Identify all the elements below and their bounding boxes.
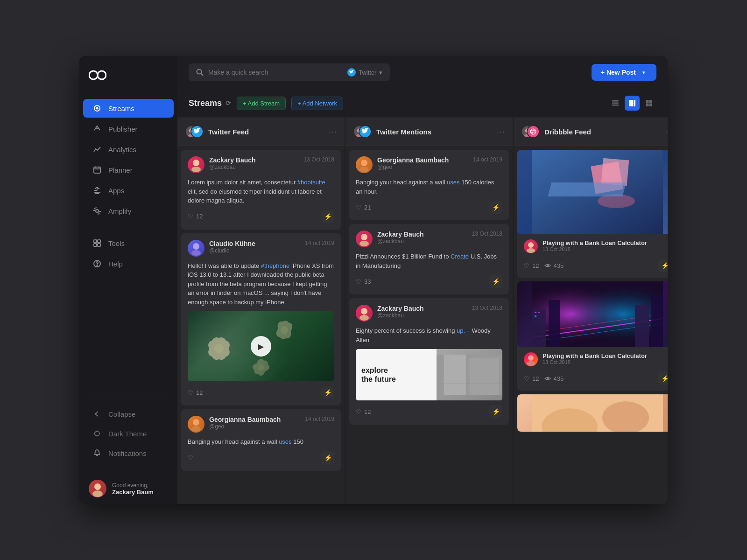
sidebar-item-publisher[interactable]: Publisher [83, 119, 174, 138]
planner-icon [92, 165, 102, 175]
post-link[interactable]: #hootsuite [297, 179, 325, 186]
stream-more-button[interactable]: ··· [329, 127, 337, 137]
svg-rect-85 [532, 309, 546, 347]
svg-rect-12 [98, 240, 100, 243]
sidebar-item-streams[interactable]: Streams [83, 99, 174, 118]
svg-point-21 [197, 70, 202, 74]
amplify-icon [92, 206, 102, 216]
dribbble-image-1 [517, 150, 668, 234]
sidebar-item-apps[interactable]: Apps [83, 181, 174, 200]
svg-point-57 [359, 167, 369, 172]
stream-more-button-3[interactable]: ··· [666, 127, 668, 137]
svg-line-69 [533, 129, 533, 134]
svg-point-43 [214, 344, 224, 353]
post-body: Eighty percent of success is showing up.… [356, 326, 502, 344]
sidebar-item-planner[interactable]: Planner [83, 161, 174, 179]
new-post-button[interactable]: + New Post ▾ [592, 64, 656, 81]
svg-point-58 [361, 234, 367, 240]
dribbble-post-title: Playing with a Bank Loan Calculator [543, 239, 668, 246]
stream-avatar-group [185, 124, 204, 139]
svg-rect-31 [646, 104, 649, 107]
stream-column-header-dribbble: Dribbble Feed ··· [514, 118, 668, 146]
svg-point-0 [89, 71, 98, 79]
post-likes: ♡ 12 [188, 213, 203, 220]
sidebar-item-analytics[interactable]: Analytics [83, 140, 174, 159]
svg-rect-27 [631, 100, 633, 106]
svg-rect-30 [649, 100, 653, 103]
svg-point-78 [547, 265, 549, 266]
app-container: Streams Publisher Analytics [79, 56, 668, 504]
svg-rect-75 [548, 182, 626, 196]
stream-network-avatar-twitter-2 [359, 125, 372, 138]
sidebar-item-dark-theme[interactable]: Dark Theme [83, 424, 174, 443]
post-link[interactable]: uses [447, 179, 459, 186]
post-avatar [356, 156, 373, 173]
post-footer: ♡ 12 ⚡ [188, 386, 334, 399]
sidebar-item-notifications[interactable]: Notifications [83, 444, 174, 462]
post-card: Zackary Bauch @zackbau 13 Oct 2018 Eight… [349, 298, 509, 425]
dribbble-post-card-3 [517, 394, 668, 432]
stream-network-avatar-dribbble [527, 125, 540, 138]
post-link[interactable]: #thephone [261, 262, 289, 269]
dribbble-image-3 [517, 394, 668, 432]
analytics-icon [92, 145, 102, 154]
boost-button[interactable]: ⚡ [321, 451, 334, 464]
post-link[interactable]: uses [279, 438, 291, 445]
post-link[interactable]: up. [457, 327, 465, 334]
add-stream-button[interactable]: + Add Stream [237, 97, 286, 110]
views-count-2: 435 [544, 375, 564, 382]
search-bar[interactable]: Twitter ▾ [189, 63, 390, 81]
svg-point-37 [193, 243, 199, 250]
refresh-icon[interactable]: ⟳ [226, 99, 231, 107]
boost-button[interactable]: ⚡ [489, 201, 502, 214]
svg-rect-29 [646, 100, 649, 103]
nav-divider-2 [89, 394, 168, 394]
view-columns-button[interactable] [625, 96, 640, 111]
streams-header: Streams ⟳ + Add Stream + Add Network [177, 89, 668, 118]
post-body: Lorem ipsum dolor sit amet, consectetur … [188, 178, 334, 205]
streams-icon [92, 104, 102, 113]
boost-button[interactable]: ⚡ [658, 259, 668, 272]
dribbble-image-2 [517, 281, 668, 347]
add-network-button[interactable]: + Add Network [291, 97, 343, 110]
boost-button[interactable]: ⚡ [489, 405, 502, 418]
svg-rect-90 [538, 312, 540, 313]
boost-button[interactable]: ⚡ [658, 372, 668, 385]
sidebar-item-collapse[interactable]: Collapse [83, 405, 174, 423]
post-meta: Georgianna Baumbach @geo [209, 416, 300, 430]
view-list-button[interactable] [608, 96, 623, 111]
streams-body: Twitter Feed ··· Zackary Bauch @zackbau [177, 118, 668, 504]
play-button[interactable]: ▶ [251, 336, 271, 357]
svg-rect-88 [651, 295, 663, 347]
heart-icon: ♡ [356, 204, 361, 211]
post-footer: ♡ 21 ⚡ [356, 201, 502, 214]
view-toggle [608, 96, 656, 111]
svg-rect-87 [635, 305, 649, 347]
explore-text: explorethe future [361, 366, 431, 384]
post-link[interactable]: Create [451, 253, 469, 260]
view-grid-button[interactable] [641, 96, 656, 111]
svg-point-53 [191, 426, 201, 432]
stream-posts-dribbble: Playing with a Bank Loan Calculator 13 O… [514, 146, 668, 504]
sidebar-item-tools[interactable]: Tools [83, 234, 174, 252]
user-profile[interactable]: Good evening, Zackary Baum [79, 473, 177, 504]
sidebar-item-amplify[interactable]: Amplify [83, 202, 174, 220]
heart-icon: ♡ [356, 408, 361, 415]
svg-rect-91 [535, 315, 536, 317]
post-card: Georgianna Baumbach @geo 14 oct 2019 Ban… [181, 409, 341, 471]
boost-button[interactable]: ⚡ [489, 275, 502, 288]
stream-more-button-2[interactable]: ··· [497, 127, 505, 137]
dribbble-post-card: Playing with a Bank Loan Calculator 13 O… [517, 281, 668, 391]
dribbble-post-info: Playing with a Bank Loan Calculator 13 O… [517, 234, 668, 259]
svg-rect-4 [94, 167, 100, 173]
boost-button[interactable]: ⚡ [321, 386, 334, 399]
svg-point-17 [95, 431, 99, 436]
views-count: 435 [544, 262, 564, 269]
boost-button[interactable]: ⚡ [321, 210, 334, 223]
sidebar-item-help[interactable]: Help [83, 254, 174, 273]
search-input[interactable] [208, 69, 343, 76]
svg-rect-86 [549, 300, 560, 347]
search-network-badge: Twitter ▾ [347, 68, 382, 77]
svg-point-56 [361, 160, 367, 166]
svg-rect-11 [94, 240, 97, 243]
